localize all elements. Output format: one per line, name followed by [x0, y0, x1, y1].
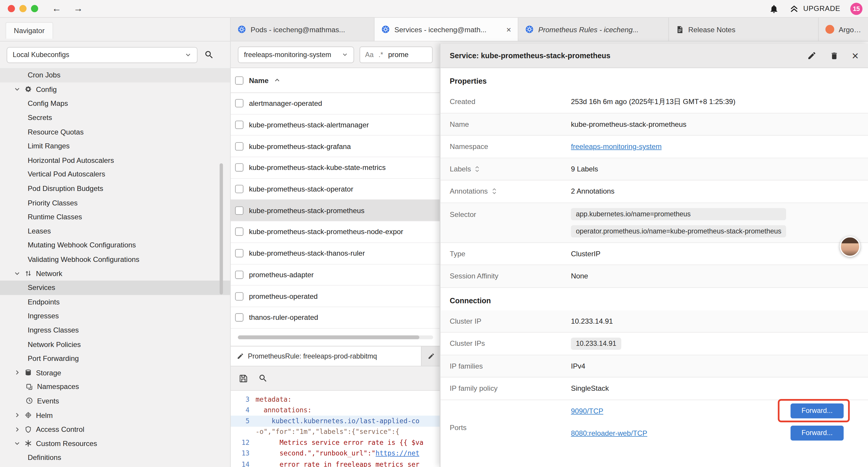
forward-button[interactable]: →	[67, 4, 89, 13]
tab-services[interactable]: Services - icecheng@math... ×	[375, 18, 519, 41]
namespace-link[interactable]: freeleaps-monitoring-system	[571, 143, 661, 151]
close-drawer-icon[interactable]: ×	[852, 50, 859, 61]
port-link-8080[interactable]: 8080:reloader-web/TCP	[571, 429, 647, 437]
sidebar-item-pod-disruption-budgets[interactable]: Pod Disruption Budgets	[0, 181, 230, 196]
table-row-selected[interactable]: kube-prometheus-stack-prometheus	[231, 200, 440, 222]
sidebar-item-leases[interactable]: Leases	[0, 224, 230, 238]
table-row[interactable]: kube-prometheus-stack-kube-state-metrics	[231, 157, 440, 178]
kubeconfig-select[interactable]: Local Kubeconfigs	[6, 47, 197, 63]
table-row[interactable]: prometheus-operated	[231, 286, 440, 307]
forward-button[interactable]: Forward...	[790, 403, 844, 418]
sidebar-item-horizontal-pod-autoscalers[interactable]: Horizontal Pod Autoscalers	[0, 153, 230, 167]
sidebar-item-resource-quotas[interactable]: Resource Quotas	[0, 125, 230, 139]
editor-tab-prometheusrule[interactable]: PrometheusRule: freeleaps-prod-rabbitmq	[231, 346, 422, 366]
row-checkbox[interactable]	[235, 164, 243, 172]
sidebar-item-network-policies[interactable]: Network Policies	[0, 337, 230, 351]
sort-toggle-icon[interactable]	[491, 188, 497, 195]
notifications-bell-icon[interactable]	[769, 4, 779, 13]
row-checkbox[interactable]	[235, 249, 243, 258]
url-link[interactable]: https://net	[375, 449, 420, 457]
sidebar-scrollbar[interactable]	[219, 163, 223, 294]
horizontal-scrollbar[interactable]	[238, 335, 433, 339]
row-checkbox[interactable]	[235, 313, 243, 322]
sidebar-item-events[interactable]: Events	[0, 394, 230, 408]
table-row[interactable]: kube-prometheus-stack-alertmanager	[231, 114, 440, 136]
sidebar-item-definitions[interactable]: Definitions	[0, 450, 230, 465]
detail-row-created: Created 253d 16h 6m ago (2025年1月13日 GMT+…	[440, 91, 868, 113]
editor-tab-partial[interactable]	[422, 346, 440, 366]
editor-search-icon[interactable]	[258, 374, 268, 383]
sidebar-item-vertical-pod-autoscalers[interactable]: Vertical Pod Autoscalers	[0, 167, 230, 181]
back-button[interactable]: ←	[46, 4, 67, 13]
regex-toggle[interactable]: .*	[378, 51, 383, 58]
save-icon[interactable]	[239, 373, 248, 383]
sidebar-group-storage[interactable]: Storage	[0, 366, 230, 380]
match-case-toggle[interactable]: Aa	[365, 51, 374, 58]
sidebar-item-ingress-classes[interactable]: Ingress Classes	[0, 323, 230, 337]
sidebar-group-access-control[interactable]: Access Control	[0, 422, 230, 436]
edit-pencil-icon[interactable]	[807, 51, 816, 60]
table-row[interactable]: kube-prometheus-stack-operator	[231, 178, 440, 200]
forward-button[interactable]: Forward...	[790, 425, 844, 440]
row-checkbox[interactable]	[235, 99, 243, 108]
row-checkbox[interactable]	[235, 270, 243, 279]
table-row[interactable]: thanos-ruler-operated	[231, 307, 440, 328]
upgrade-button[interactable]: UPGRADE	[789, 3, 840, 14]
close-window-button[interactable]	[8, 5, 15, 12]
user-avatar-bubble[interactable]	[840, 236, 860, 257]
sidebar-item-validating-webhook-configurations[interactable]: Validating Webhook Configurations	[0, 252, 230, 266]
tab-prometheus-rules[interactable]: Prometheus Rules - icecheng...	[519, 18, 669, 41]
scrollbar-thumb[interactable]	[238, 335, 420, 339]
maximize-window-button[interactable]	[31, 5, 38, 12]
sidebar-item-config-maps[interactable]: Config Maps	[0, 96, 230, 111]
namespace-select[interactable]: freeleaps-monitoring-system	[238, 46, 354, 63]
tab-release-notes[interactable]: Release Notes	[669, 18, 819, 41]
sort-ascending-icon[interactable]	[274, 77, 281, 83]
select-all-checkbox[interactable]	[235, 76, 243, 84]
minimize-window-button[interactable]	[20, 5, 27, 12]
gear-icon	[24, 85, 32, 93]
name-column-header[interactable]: Name	[249, 76, 269, 84]
tab-pods[interactable]: Pods - icecheng@mathmas...	[231, 18, 375, 41]
table-row[interactable]: kube-prometheus-stack-thanos-ruler	[231, 243, 440, 264]
sidebar-item-services[interactable]: Services	[0, 281, 230, 295]
sidebar-search-icon[interactable]	[204, 50, 214, 60]
sidebar-group-network[interactable]: Network	[0, 266, 230, 281]
sidebar-group-config[interactable]: Config	[0, 82, 230, 96]
sidebar-item-limit-ranges[interactable]: Limit Ranges	[0, 139, 230, 153]
row-checkbox[interactable]	[235, 292, 243, 300]
sort-toggle-icon[interactable]	[474, 165, 480, 172]
row-checkbox[interactable]	[235, 142, 243, 150]
detail-row-cluster-ips: Cluster IPs 10.233.14.91	[440, 332, 868, 355]
sidebar-item-runtime-classes[interactable]: Runtime Classes	[0, 210, 230, 224]
row-checkbox[interactable]	[235, 185, 243, 193]
chevron-right-icon	[14, 412, 21, 418]
sidebar-item-endpoints[interactable]: Endpoints	[0, 295, 230, 309]
table-row[interactable]: alertmanager-operated	[231, 93, 440, 114]
close-tab-icon[interactable]: ×	[504, 25, 511, 34]
sidebar-item-secrets[interactable]: Secrets	[0, 111, 230, 125]
row-checkbox[interactable]	[235, 121, 243, 129]
sidebar-item-ingresses[interactable]: Ingresses	[0, 309, 230, 323]
notification-count-badge[interactable]: 15	[850, 2, 862, 14]
asterisk-icon	[24, 439, 32, 447]
row-checkbox[interactable]	[235, 206, 243, 214]
table-row[interactable]: kube-prometheus-stack-grafana	[231, 136, 440, 157]
sidebar-group-custom-resources[interactable]: Custom Resources	[0, 436, 230, 450]
sidebar-item-priority-classes[interactable]: Priority Classes	[0, 196, 230, 210]
search-input[interactable]	[388, 50, 427, 59]
sidebar-group-helm[interactable]: Helm	[0, 408, 230, 422]
delete-trash-icon[interactable]	[830, 51, 838, 60]
table-row[interactable]: kube-prometheus-stack-prometheus-node-ex…	[231, 222, 440, 243]
sidebar-item-namespaces[interactable]: Namespaces	[0, 380, 230, 394]
sidebar-item-port-forwarding[interactable]: Port Forwarding	[0, 351, 230, 366]
row-checkbox[interactable]	[235, 228, 243, 236]
port-link-9090[interactable]: 9090/TCP	[571, 407, 603, 415]
sidebar-item-mutating-webhook-configurations[interactable]: Mutating Webhook Configurations	[0, 238, 230, 252]
window-controls[interactable]	[0, 5, 46, 12]
tab-argo[interactable]: Argo Se	[819, 18, 868, 41]
sidebar-item-cron-jobs[interactable]: Cron Jobs	[0, 68, 230, 82]
detail-row-annotations: Annotations 2 Annotations	[440, 180, 868, 203]
yaml-editor[interactable]: 3metadata: 4 annotations: 5 kubectl.kube…	[231, 391, 440, 467]
table-row[interactable]: prometheus-adapter	[231, 264, 440, 286]
